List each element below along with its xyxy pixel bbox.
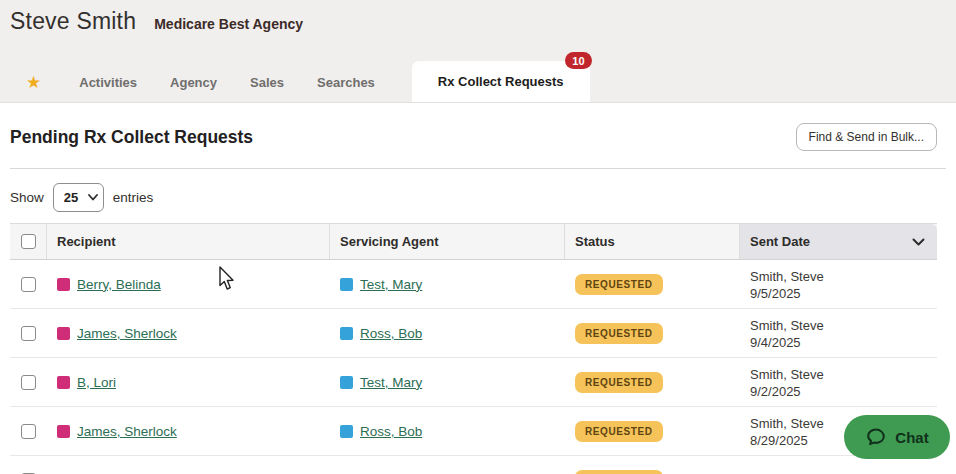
table-row: James, Sherlock Ross, Bob REQUESTED Smit… (10, 309, 937, 358)
table-row: Johnson, Timmy Ross, Bob REQUESTED Smith… (10, 456, 937, 474)
agent-cell: Test, Mary (330, 277, 565, 292)
tab-sales[interactable]: Sales (250, 75, 284, 90)
page-size-select[interactable]: 25 (53, 183, 104, 212)
top-header: Steve Smith Medicare Best Agency ★ Activ… (0, 0, 956, 103)
favorites-star-icon[interactable]: ★ (26, 74, 41, 91)
sent-date-header-label: Sent Date (750, 234, 810, 249)
sent-date: 9/2/2025 (750, 383, 937, 400)
recipient-cell: James, Sherlock (47, 424, 330, 439)
sent-date-cell: Smith, Steve9/2/2025 (740, 364, 937, 400)
sent-date: 9/5/2025 (750, 285, 937, 302)
status-cell: REQUESTED (565, 470, 740, 474)
table-row: Berry, Belinda Test, Mary REQUESTED Smit… (10, 260, 937, 309)
tab-rx-collect-requests-label: Rx Collect Requests (438, 74, 564, 89)
status-cell: REQUESTED (565, 323, 740, 344)
tab-agency[interactable]: Agency (170, 75, 217, 90)
page-size-select-wrap: 25 (53, 183, 104, 212)
entries-control: Show 25 entries (0, 169, 956, 212)
show-label: Show (10, 190, 44, 205)
recipient-color-swatch (57, 327, 70, 340)
tab-rx-collect-requests[interactable]: Rx Collect Requests 10 (412, 61, 590, 102)
chat-button[interactable]: Chat (844, 415, 950, 459)
column-header-recipient[interactable]: Recipient (47, 224, 330, 259)
chat-bubble-icon (865, 426, 887, 448)
agent-color-swatch (340, 278, 353, 291)
column-header-servicing-agent[interactable]: Servicing Agent (330, 224, 565, 259)
agent-link[interactable]: Test, Mary (360, 277, 422, 292)
agent-color-swatch (340, 425, 353, 438)
status-cell: REQUESTED (565, 372, 740, 393)
status-badge: REQUESTED (575, 372, 663, 393)
recipient-color-swatch (57, 425, 70, 438)
recipient-color-swatch (57, 376, 70, 389)
status-cell: REQUESTED (565, 274, 740, 295)
sent-date-cell: Smith, Steve9/5/2025 (740, 266, 937, 302)
pending-requests-table: Recipient Servicing Agent Status Sent Da… (10, 223, 937, 474)
recipient-cell: B, Lori (47, 375, 330, 390)
select-all-checkbox[interactable] (21, 234, 36, 249)
sent-date-cell: Smith, Steve9/4/2025 (740, 315, 937, 351)
select-all-cell (10, 224, 47, 259)
row-checkbox[interactable] (21, 326, 36, 341)
agent-cell: Test, Mary (330, 375, 565, 390)
status-badge: REQUESTED (575, 470, 663, 474)
user-name: Steve Smith (10, 8, 136, 35)
recipient-color-swatch (57, 278, 70, 291)
table-row: B, Lori Test, Mary REQUESTED Smith, Stev… (10, 358, 937, 407)
column-header-sent-date[interactable]: Sent Date (740, 224, 937, 259)
column-header-status[interactable]: Status (565, 224, 740, 259)
agent-link[interactable]: Ross, Bob (360, 424, 422, 439)
tab-bar: ★ Activities Agency Sales Searches Rx Co… (0, 60, 590, 102)
tab-searches[interactable]: Searches (317, 75, 375, 90)
row-checkbox[interactable] (21, 424, 36, 439)
table-header-row: Recipient Servicing Agent Status Sent Da… (10, 223, 937, 260)
row-checkbox-cell (10, 326, 47, 341)
recipient-link[interactable]: Berry, Belinda (77, 277, 161, 292)
status-badge: REQUESTED (575, 421, 663, 442)
recipient-cell: Berry, Belinda (47, 277, 330, 292)
row-checkbox[interactable] (21, 277, 36, 292)
sent-by: Smith, Steve (750, 268, 937, 285)
agent-link[interactable]: Test, Mary (360, 375, 422, 390)
agent-color-swatch (340, 376, 353, 389)
row-checkbox-cell (10, 375, 47, 390)
agency-name: Medicare Best Agency (154, 16, 303, 32)
sent-date-cell: Smith, Steve (740, 471, 937, 474)
page-head: Pending Rx Collect Requests Find & Send … (0, 103, 956, 151)
sort-chevron-down-icon (912, 238, 925, 246)
find-send-bulk-button[interactable]: Find & Send in Bulk... (796, 123, 937, 151)
sent-by: Smith, Steve (750, 366, 937, 383)
row-checkbox-cell (10, 424, 47, 439)
status-badge: REQUESTED (575, 274, 663, 295)
tab-activities[interactable]: Activities (79, 75, 137, 90)
entries-label: entries (113, 190, 154, 205)
sent-by: Smith, Steve (750, 317, 937, 334)
chat-button-label: Chat (895, 429, 928, 446)
sent-date: 9/4/2025 (750, 334, 937, 351)
recipient-link[interactable]: James, Sherlock (77, 326, 177, 341)
status-cell: REQUESTED (565, 421, 740, 442)
row-checkbox[interactable] (21, 375, 36, 390)
agent-cell: Ross, Bob (330, 424, 565, 439)
table-row: James, Sherlock Ross, Bob REQUESTED Smit… (10, 407, 937, 456)
pending-count-badge: 10 (565, 52, 591, 69)
row-checkbox-cell (10, 277, 47, 292)
agent-link[interactable]: Ross, Bob (360, 326, 422, 341)
agent-cell: Ross, Bob (330, 326, 565, 341)
identity-block: Steve Smith Medicare Best Agency (0, 0, 956, 35)
recipient-link[interactable]: B, Lori (77, 375, 116, 390)
status-badge: REQUESTED (575, 323, 663, 344)
page-title: Pending Rx Collect Requests (10, 127, 253, 148)
recipient-cell: James, Sherlock (47, 326, 330, 341)
recipient-link[interactable]: James, Sherlock (77, 424, 177, 439)
agent-color-swatch (340, 327, 353, 340)
